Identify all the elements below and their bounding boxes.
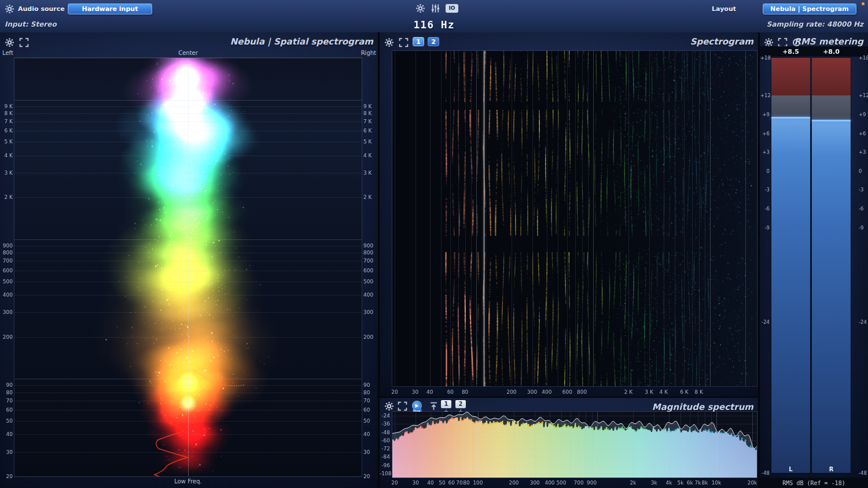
meter-value-row: +8.5 +8.0 [760,46,868,57]
frequency-marker-line[interactable] [484,51,484,386]
grid-line [514,412,514,478]
meter-scale-label: +9 [859,112,868,117]
spectrogram-plot[interactable] [392,51,757,386]
channel-label-right: R [812,466,851,472]
axis-tick-label: 700 [0,258,13,264]
grid-line [567,51,568,386]
axis-tick-label: 400 [363,292,378,298]
db-axis: -24-36-48-60-72-84-96-108 [380,412,391,478]
grid-line [392,465,757,466]
grid-line [415,51,416,386]
magnitude-spectrum-plot[interactable] [392,412,757,478]
grid-line [442,412,443,478]
fullscreen-icon[interactable] [399,38,409,47]
grid-line [512,51,512,386]
over-zone [771,58,810,95]
center-line [188,58,189,476]
meter-scale-label: +6 [859,131,868,136]
axis-tick-label: -72 [380,446,390,452]
meter-scale-label: -3 [859,187,868,193]
over-zone [812,58,851,95]
grid-line [392,441,757,441]
settings-icon[interactable] [5,4,14,14]
settings-icon[interactable] [384,401,394,411]
axis-tick-label: 3 K [363,170,378,176]
grid-line [450,51,451,386]
grid-line [441,51,442,386]
grid-line [698,412,698,478]
grid-line [471,51,472,386]
grid-line [392,424,757,424]
axis-tick-label: 80 [0,390,13,395]
grid-line [465,51,466,386]
axis-tick-label: 800 [0,250,13,256]
axis-tick-label: 300 [524,389,540,395]
peak-indicator [812,120,851,121]
headroom-zone [771,95,810,117]
meter-scale-label: +6 [760,131,770,136]
hardware-input-button[interactable]: Hardware input [68,3,152,14]
axis-tick-label: 8 K [0,110,13,116]
fullscreen-icon[interactable] [398,401,407,411]
settings-icon[interactable] [415,3,425,13]
status-dot [862,2,865,5]
layout-preset-button[interactable]: Nebula | Spectrogram [763,3,856,14]
axis-tick-label: 40 [422,389,438,395]
meter-bar-right[interactable] [812,58,851,473]
grid-line [593,51,594,386]
view-2-button[interactable]: 2 [428,37,439,46]
spatial-spectrogram-plot[interactable] [14,58,362,476]
axis-tick-label: -36 [380,421,390,427]
axis-tick-label: 20 [0,474,13,479]
axis-tick-label: 2 K [0,194,13,200]
axis-tick-label: 30 [363,449,378,455]
slot-2-button[interactable]: 2 [455,400,466,408]
axis-tick-label: 900 [584,480,600,486]
axis-tick-label: 80 [363,390,378,395]
panel-title: RMS metering [794,36,863,47]
axis-tick-label: 4 K [363,153,378,158]
axis-tick-label: 800 [574,389,590,395]
peak-hold-icon[interactable] [429,401,439,411]
meter-fill [812,121,851,473]
view-1-button[interactable]: 1 [413,37,424,46]
audio-source-label: Audio source [18,5,65,13]
headroom-zone [812,95,851,121]
grid-line [752,412,753,478]
meter-scale-label: 0 [760,168,770,174]
grid-line [664,51,664,386]
axis-tick-label: 9 K [363,103,378,109]
low-freq-label: Low Freq. [165,478,211,485]
grid-line [649,51,650,386]
meter-bar-left[interactable] [771,58,810,473]
grid-line [451,412,452,478]
grid-line [633,412,634,478]
axis-tick-label: 3 K [641,389,657,395]
axis-tick-label: 8 K [691,389,707,395]
grid-line [571,412,571,478]
spatial-spectrogram-panel: Nebula | Spatial spectrogram Left Center… [0,32,378,488]
axis-tick-label: 20 [387,480,403,486]
grid-line [431,412,431,478]
grid-line [592,412,593,478]
grid-line [415,412,416,478]
freq-axis-bottom: 20304060802003004006008002 K3 K4 K6 K8 K [380,388,758,396]
axis-tick-label: 300 [527,480,543,486]
channel-strip-icon[interactable] [431,3,440,13]
io-icon[interactable]: IO [446,4,458,13]
spectrogram-panel: 1 2 Spectrogram 203040608020030040060080… [380,32,758,397]
settings-icon[interactable] [5,38,14,47]
axis-tick-label: 2 K [363,194,378,200]
axis-tick-label: 7 K [0,119,13,124]
axis-tick-label: 20 [387,389,403,395]
spatial-grid-overlay [14,58,362,476]
axis-tick-label: -48 [380,430,390,435]
live-play-button[interactable]: ▶ live [412,401,422,411]
fullscreen-icon[interactable] [19,38,29,47]
grid-line [476,51,477,386]
meter-scale-label: +18 [859,55,868,61]
settings-icon[interactable] [384,38,394,47]
slot-1-button[interactable]: 1 [441,400,451,408]
axis-tick-label: -108 [380,471,390,476]
axis-tick-label: 40 [363,431,378,437]
